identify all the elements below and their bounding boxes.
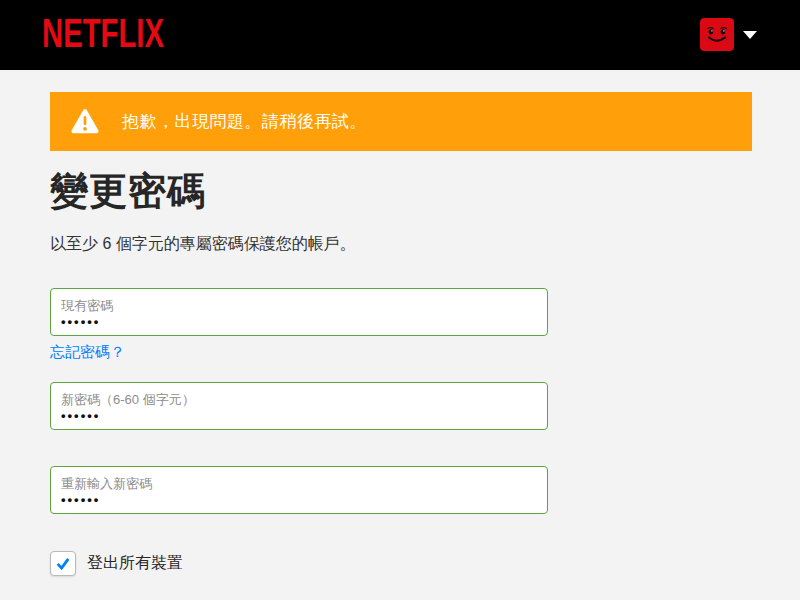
- netflix-logo[interactable]: NETFLIX: [42, 14, 170, 56]
- confirm-password-input[interactable]: 重新輸入新密碼 ••••••: [50, 466, 548, 514]
- confirm-password-label: 重新輸入新密碼: [61, 475, 152, 493]
- error-banner: 抱歉，出現問題。請稍後再試。: [50, 92, 752, 151]
- new-password-value: ••••••: [61, 408, 100, 423]
- signout-all-devices-row: 登出所有裝置: [50, 551, 183, 576]
- signout-checkbox[interactable]: [50, 551, 76, 576]
- netflix-logo-text: NETFLIX: [42, 14, 164, 52]
- current-password-value: ••••••: [61, 314, 100, 329]
- profile-caret-icon[interactable]: [743, 31, 757, 39]
- new-password-input[interactable]: 新密碼（6-60 個字元） ••••••: [50, 382, 548, 430]
- current-password-label: 現有密碼: [61, 297, 113, 315]
- forgot-password-link[interactable]: 忘記密碼？: [50, 343, 125, 362]
- checkbox-check-icon: [54, 555, 72, 572]
- signout-checkbox-label: 登出所有裝置: [87, 553, 183, 574]
- current-password-input[interactable]: 現有密碼 ••••••: [50, 288, 548, 336]
- page-subtitle: 以至少 6 個字元的專屬密碼保護您的帳戶。: [50, 234, 356, 255]
- page-title: 變更密碼: [50, 166, 206, 217]
- profile-avatar[interactable]: [700, 18, 734, 51]
- confirm-password-value: ••••••: [61, 492, 100, 507]
- top-nav-bar: NETFLIX: [0, 0, 800, 70]
- error-banner-message: 抱歉，出現問題。請稍後再試。: [122, 110, 367, 133]
- new-password-label: 新密碼（6-60 個字元）: [61, 391, 195, 409]
- warning-icon: [70, 108, 100, 135]
